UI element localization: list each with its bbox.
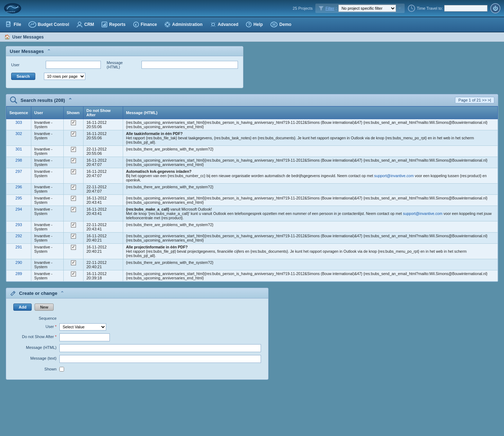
results-collapse-icon[interactable]: ⌃ (68, 97, 72, 103)
seq-link[interactable]: 291 (15, 245, 22, 249)
message-html-input[interactable] (59, 344, 261, 352)
projects-count: 25 Projects (293, 6, 312, 10)
user-row: User * Select Value (13, 323, 261, 331)
seq-cell: 303 (6, 119, 31, 130)
shown-checkbox-icon (71, 223, 76, 228)
message-search-input[interactable] (141, 61, 238, 69)
seq-cell: 301 (6, 146, 31, 157)
search-button[interactable]: Search (11, 73, 35, 80)
search-results-icon (10, 96, 18, 104)
nav-finance[interactable]: € Finance (129, 20, 161, 29)
message-html-label: Message (HTML) (13, 344, 57, 350)
donotshow-cell: 16-11-2012 20:40:21 (83, 244, 123, 259)
user-search-label: User (11, 63, 40, 67)
shown-checkbox-icon (71, 131, 76, 136)
seq-link[interactable]: 295 (15, 196, 22, 200)
shown-checkbox-icon (71, 147, 76, 152)
seq-link[interactable]: 302 (15, 131, 22, 136)
shown-checkbox-icon (71, 245, 76, 250)
donotshow-input[interactable] (59, 333, 110, 341)
nav-crm[interactable]: CRM (73, 20, 98, 29)
create-btn-row: Add New (13, 304, 261, 311)
nav-file-label: File (14, 22, 21, 27)
user-cell: Invantive - System (31, 206, 63, 221)
shown-checkbox[interactable] (59, 367, 64, 372)
seq-link[interactable]: 290 (15, 260, 22, 265)
seq-link[interactable]: 289 (15, 271, 22, 276)
shown-cell (63, 130, 83, 146)
message-cell: Automatisch kvk-gegevens inladen?Bij het… (123, 168, 498, 184)
create-title: Create or change (19, 291, 57, 296)
col-shown: Shown (63, 107, 83, 119)
seq-cell: 291 (6, 244, 31, 259)
nav-file[interactable]: File (2, 20, 25, 29)
user-messages-header: User Messages ⌃ (6, 46, 243, 56)
seq-link[interactable]: 294 (15, 207, 22, 211)
donotshow-row: Do not Show After * (13, 333, 261, 341)
user-create-label: User * (13, 323, 57, 329)
seq-link[interactable]: 297 (15, 169, 22, 174)
donotshow-cell: 16-11-2012 20:43:41 (83, 195, 123, 206)
seq-link[interactable]: 298 (15, 158, 22, 162)
nav-demo[interactable]: Demo (266, 20, 295, 29)
col-sequence: Sequence (6, 107, 31, 119)
svg-text:?: ? (248, 22, 251, 27)
nav-budget-control[interactable]: Budget Control (25, 20, 73, 29)
crm-icon (76, 21, 83, 28)
new-button[interactable]: New (35, 304, 54, 311)
results-header: Search results (208) ⌃ Page 1 of 21 >> >… (6, 94, 498, 106)
table-row: 289 Invantive - System 16-11-2012 20:39:… (6, 270, 498, 282)
user-cell: Invantive - System (31, 270, 63, 282)
nav-advanced[interactable]: Advanced (206, 20, 242, 29)
user-cell: Invantive - System (31, 259, 63, 270)
table-row: 291 Invantive - System 16-11-2012 20:40:… (6, 244, 498, 259)
advanced-icon (210, 21, 216, 28)
administration-icon (164, 21, 171, 28)
collapse-icon[interactable]: ⌃ (47, 48, 51, 54)
user-messages-panel: User Messages ⌃ User Message (HTML) Sear… (6, 46, 243, 88)
filter-select[interactable]: No project specific filter (338, 5, 396, 12)
seq-link[interactable]: 303 (15, 120, 22, 125)
reports-icon (101, 21, 108, 28)
nav-finance-label: Finance (141, 22, 157, 27)
nav-budget-label: Budget Control (38, 22, 69, 27)
seq-link[interactable]: 293 (15, 223, 22, 227)
file-icon (6, 21, 12, 28)
user-select[interactable]: Select Value (59, 323, 106, 331)
message-cell: {res:bubs_upcoming_anniversaries_start_h… (123, 270, 498, 282)
time-travel-input[interactable] (444, 5, 487, 12)
pagination[interactable]: Page 1 of 21 >> >| (455, 97, 494, 103)
svg-rect-9 (7, 24, 10, 24)
message-cell: {res:bubs_there_are_problems_with_the_sy… (123, 221, 498, 233)
shown-cell (63, 157, 83, 168)
user-messages-search-panel: User Messages ⌃ User Message (HTML) Sear… (6, 46, 243, 88)
nav-administration[interactable]: Administration (161, 20, 206, 29)
seq-cell: 293 (6, 221, 31, 233)
seq-link[interactable]: 292 (15, 234, 22, 238)
message-text-label: Message (text) (13, 355, 57, 360)
logo-area: invantive (4, 1, 22, 15)
table-row: 298 Invantive - System 16-11-2012 20:47:… (6, 157, 498, 168)
power-button[interactable]: ⏻ (490, 3, 500, 13)
svg-point-30 (10, 97, 15, 102)
rows-per-page-select[interactable]: 10 rows per page 25 rows per page 50 row… (44, 73, 85, 80)
add-button[interactable]: Add (13, 304, 32, 311)
filter-icon (318, 5, 324, 11)
donotshow-cell: 16-11-2012 20:47:07 (83, 168, 123, 184)
help-icon: ? (246, 21, 252, 28)
message-text-input[interactable] (59, 355, 261, 363)
finance-icon: € (133, 21, 139, 28)
nav-reports[interactable]: Reports (98, 20, 129, 29)
sequence-row: Sequence (13, 315, 261, 320)
donotshow-cell: 22-11-2012 20:40:21 (83, 259, 123, 270)
nav-help[interactable]: ? Help (242, 20, 266, 29)
shown-checkbox-icon (71, 234, 76, 239)
user-search-input[interactable] (46, 61, 101, 69)
create-collapse-icon[interactable]: ⌃ (60, 290, 64, 296)
seq-link[interactable]: 296 (15, 185, 22, 189)
filter-link[interactable]: Filter (325, 6, 334, 10)
seq-link[interactable]: 301 (15, 147, 22, 151)
svg-point-25 (212, 23, 215, 26)
svg-point-19 (166, 23, 169, 26)
donotshow-cell: 16-11-2012 20:39:18 (83, 270, 123, 282)
